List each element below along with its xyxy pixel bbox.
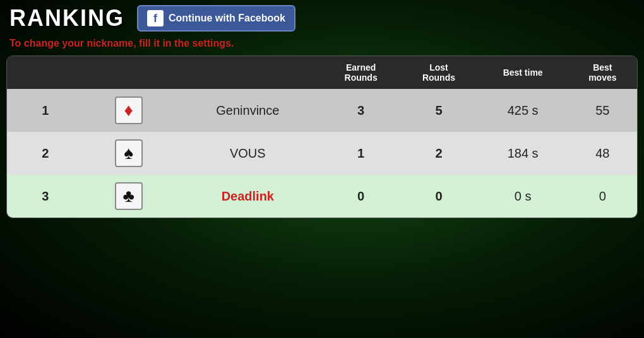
page-content: RANKING f Continue with Facebook To chan…	[0, 0, 644, 218]
th-earned: EarnedRounds	[322, 56, 400, 89]
player-name: Deadlink	[222, 189, 274, 203]
earned-cell: 3	[322, 89, 400, 132]
ranking-title: RANKING	[9, 5, 124, 32]
facebook-button-label: Continue with Facebook	[169, 13, 285, 24]
name-cell: VOUS	[174, 132, 322, 175]
bestmoves-cell: 55	[568, 89, 637, 132]
card-icon: ♠	[124, 143, 133, 163]
earned-cell: 0	[322, 175, 400, 218]
table-row: 1♦Geninvince35425 s55	[7, 89, 637, 132]
facebook-icon: f	[147, 10, 164, 26]
besttime-cell: 184 s	[478, 132, 568, 175]
table-header-row: EarnedRounds LostRounds Best time Bestmo…	[7, 56, 637, 89]
besttime-cell: 425 s	[478, 89, 568, 132]
bestmoves-cell: 48	[568, 132, 637, 175]
rank-cell: 2	[7, 132, 84, 175]
th-lost: LostRounds	[400, 56, 477, 89]
table-body: 1♦Geninvince35425 s552♠VOUS12184 s483♣De…	[7, 89, 637, 218]
lost-cell: 0	[400, 175, 477, 218]
header: RANKING f Continue with Facebook	[0, 0, 644, 37]
ranking-table: EarnedRounds LostRounds Best time Bestmo…	[7, 56, 637, 218]
rank-cell: 3	[7, 175, 84, 218]
table-row: 3♣Deadlink000 s0	[7, 175, 637, 218]
icon-cell: ♦	[84, 89, 174, 132]
name-cell: Deadlink	[174, 175, 322, 218]
lost-cell: 2	[400, 132, 477, 175]
earned-cell: 1	[322, 132, 400, 175]
th-besttime: Best time	[478, 56, 568, 89]
ranking-table-container: EarnedRounds LostRounds Best time Bestmo…	[6, 55, 638, 218]
lost-cell: 5	[400, 89, 477, 132]
card-icon: ♦	[124, 100, 133, 120]
th-name	[7, 56, 322, 89]
icon-cell: ♠	[84, 132, 174, 175]
besttime-cell: 0 s	[478, 175, 568, 218]
th-bestmoves: Bestmoves	[568, 56, 637, 89]
bestmoves-cell: 0	[568, 175, 637, 218]
card-icon: ♣	[122, 186, 134, 206]
table-row: 2♠VOUS12184 s48	[7, 132, 637, 175]
nickname-subtitle: To change your nickname, fill it in the …	[0, 37, 644, 55]
icon-cell: ♣	[84, 175, 174, 218]
rank-cell: 1	[7, 89, 84, 132]
name-cell: Geninvince	[174, 89, 322, 132]
facebook-button[interactable]: f Continue with Facebook	[137, 5, 295, 32]
